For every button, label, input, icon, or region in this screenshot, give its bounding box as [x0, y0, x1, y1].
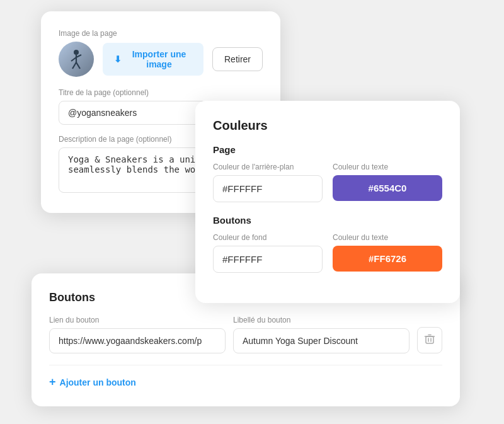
btn-color-row: Couleur de fond Couleur du texte #FF6726 — [213, 233, 442, 273]
yoga-person-icon — [64, 47, 88, 71]
svg-line-2 — [71, 57, 76, 61]
title-label: Titre de la page (optionnel) — [59, 88, 263, 97]
svg-line-3 — [76, 55, 81, 57]
svg-line-5 — [76, 62, 80, 69]
delete-button-row[interactable] — [417, 327, 442, 353]
libelle-label: Libellé du bouton — [233, 316, 410, 324]
text-color-field: Couleur du texte #6554C0 — [333, 163, 442, 202]
text-color-swatch[interactable]: #6554C0 — [333, 175, 442, 201]
text-color-label: Couleur du texte — [333, 163, 442, 171]
btn-text-label: Couleur du texte — [333, 233, 442, 242]
bg-color-field: Couleur de l'arrière-plan — [213, 163, 323, 202]
avatar-row: ⬇ Importer une image Retirer — [59, 42, 263, 77]
couleurs-heading: Couleurs — [213, 118, 442, 133]
avatar — [59, 42, 94, 77]
import-image-button[interactable]: ⬇ Importer une image — [103, 43, 203, 76]
button-entry-row: Lien du bouton Libellé du bouton — [49, 316, 442, 353]
add-button-label: Ajouter un bouton — [60, 377, 136, 387]
import-button-label: Importer une image — [126, 49, 192, 69]
divider — [49, 365, 442, 365]
btn-bg-label: Couleur de fond — [213, 233, 323, 242]
link-field: Lien du bouton — [49, 316, 226, 353]
libelle-field: Libellé du bouton — [233, 316, 410, 353]
link-label: Lien du bouton — [49, 316, 226, 324]
page-section-title: Page — [213, 144, 442, 155]
btn-bg-input[interactable] — [213, 246, 323, 273]
import-icon: ⬇ — [114, 54, 122, 64]
bg-color-label: Couleur de l'arrière-plan — [213, 163, 323, 171]
btn-text-field: Couleur du texte #FF6726 — [333, 233, 442, 273]
page-color-row: Couleur de l'arrière-plan Couleur du tex… — [213, 163, 442, 202]
add-button-link[interactable]: + Ajouter un bouton — [49, 375, 442, 389]
svg-rect-6 — [426, 336, 433, 343]
image-label: Image de la page — [59, 29, 263, 38]
trash-icon — [424, 333, 435, 347]
retirer-button[interactable]: Retirer — [212, 47, 263, 71]
btn-text-swatch[interactable]: #FF6726 — [333, 246, 442, 272]
link-input[interactable] — [49, 328, 226, 353]
card-couleurs: Couleurs Page Couleur de l'arrière-plan … — [195, 101, 460, 303]
buttons-section-title: Boutons — [213, 215, 442, 226]
btn-bg-field: Couleur de fond — [213, 233, 323, 273]
bg-color-input[interactable] — [213, 175, 323, 202]
svg-point-0 — [74, 50, 79, 55]
svg-line-4 — [72, 62, 76, 69]
libelle-input[interactable] — [233, 328, 410, 353]
plus-icon: + — [49, 375, 56, 389]
